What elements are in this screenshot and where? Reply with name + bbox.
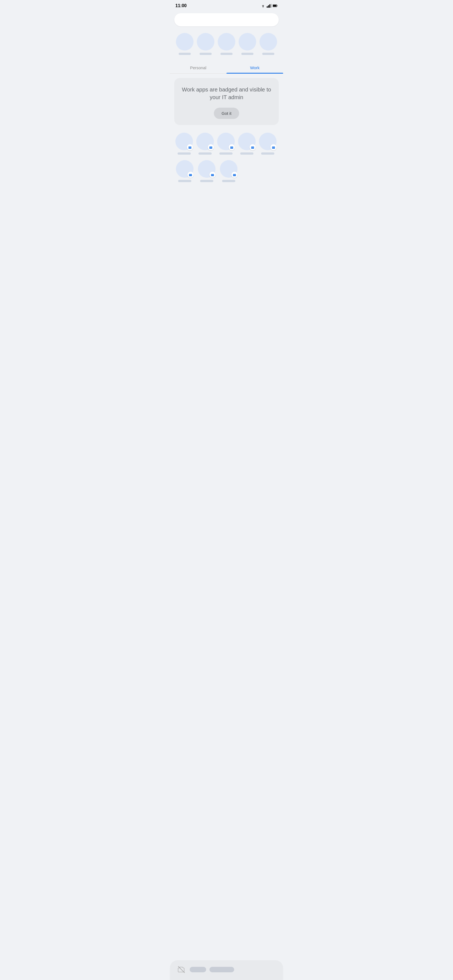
work-app-item[interactable] xyxy=(196,160,217,182)
work-app-item[interactable] xyxy=(218,160,239,182)
work-badge xyxy=(208,144,214,150)
tab-work[interactable]: Work xyxy=(226,62,283,73)
work-badge xyxy=(231,172,238,178)
info-card-text: Work apps are badged and visible to your… xyxy=(181,86,272,101)
svg-point-0 xyxy=(263,7,263,7)
tabs-container: Personal Work xyxy=(170,62,283,73)
app-circle-skeleton xyxy=(239,33,256,51)
app-label-skeleton xyxy=(199,53,212,55)
work-app-label xyxy=(261,153,274,154)
briefcase-icon xyxy=(251,145,255,149)
top-app-grid-skeleton xyxy=(170,31,283,62)
work-app-circle-wrapper xyxy=(198,160,215,178)
briefcase-icon xyxy=(271,145,276,149)
work-app-item[interactable] xyxy=(174,133,194,154)
status-time: 11:00 xyxy=(175,3,187,8)
work-badge xyxy=(187,144,193,150)
svg-rect-2 xyxy=(268,5,269,8)
work-badge xyxy=(209,172,215,178)
work-app-item[interactable] xyxy=(195,133,215,154)
briefcase-icon xyxy=(211,173,214,177)
app-skeleton-item xyxy=(239,33,256,55)
work-app-item[interactable] xyxy=(237,133,257,154)
briefcase-icon xyxy=(209,145,213,149)
briefcase-icon xyxy=(188,145,192,149)
app-label-skeleton xyxy=(241,53,254,55)
briefcase-icon xyxy=(230,145,234,149)
wifi-icon xyxy=(261,4,266,8)
svg-rect-1 xyxy=(266,6,268,8)
got-it-button[interactable]: Got it xyxy=(214,108,239,119)
work-app-circle-wrapper xyxy=(259,133,276,150)
app-label-skeleton xyxy=(179,53,191,55)
work-app-row-2 xyxy=(174,160,279,182)
search-bar-container xyxy=(170,10,283,31)
work-app-circle-wrapper xyxy=(176,160,193,178)
work-app-item[interactable] xyxy=(174,160,195,182)
tab-personal[interactable]: Personal xyxy=(170,62,226,73)
battery-icon xyxy=(273,4,278,8)
svg-rect-6 xyxy=(277,5,278,6)
svg-rect-3 xyxy=(270,5,271,8)
work-app-label xyxy=(200,180,213,182)
app-circle-skeleton xyxy=(176,33,193,51)
app-skeleton-item xyxy=(218,33,235,55)
work-app-item[interactable] xyxy=(258,133,278,154)
work-badge xyxy=(187,172,193,178)
status-bar: 11:00 xyxy=(170,0,283,10)
work-app-label xyxy=(219,153,233,154)
search-bar[interactable] xyxy=(174,13,279,26)
work-badge xyxy=(250,144,256,150)
work-app-circle-wrapper xyxy=(175,133,193,150)
app-circle-skeleton xyxy=(260,33,277,51)
app-circle-skeleton xyxy=(218,33,235,51)
work-app-circle-wrapper xyxy=(196,133,214,150)
work-badge xyxy=(271,144,276,150)
briefcase-icon xyxy=(188,173,192,177)
app-label-skeleton xyxy=(262,53,274,55)
app-label-skeleton xyxy=(220,53,233,55)
work-app-grid xyxy=(170,130,283,182)
work-app-label xyxy=(177,153,191,154)
svg-rect-7 xyxy=(273,5,276,6)
app-skeleton-item xyxy=(260,33,277,55)
work-app-circle-wrapper xyxy=(217,133,235,150)
work-app-label xyxy=(178,180,191,182)
work-app-label xyxy=(222,180,235,182)
app-circle-skeleton xyxy=(197,33,214,51)
work-app-row-1 xyxy=(174,133,279,154)
briefcase-icon xyxy=(233,173,236,177)
status-icons xyxy=(261,4,278,8)
work-badge xyxy=(229,144,235,150)
work-app-circle-wrapper xyxy=(238,133,256,150)
work-app-label xyxy=(198,153,212,154)
signal-icon xyxy=(266,4,271,8)
work-app-label xyxy=(240,153,254,154)
info-card: Work apps are badged and visible to your… xyxy=(174,78,279,125)
work-app-circle-wrapper xyxy=(220,160,238,178)
app-skeleton-item xyxy=(197,33,214,55)
svg-rect-4 xyxy=(271,4,271,8)
app-skeleton-item xyxy=(176,33,193,55)
work-app-item[interactable] xyxy=(216,133,236,154)
